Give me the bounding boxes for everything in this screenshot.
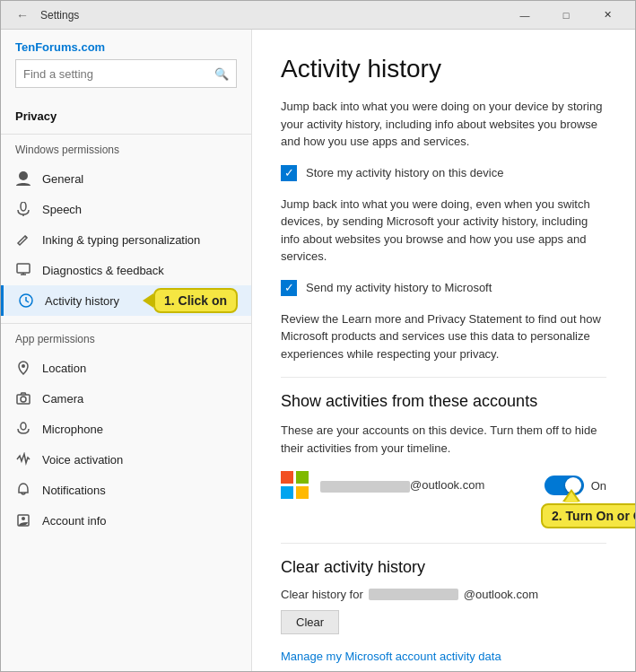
checkbox-send-label: Send my activity history to Microsoft bbox=[306, 281, 492, 294]
back-button[interactable]: ← bbox=[8, 1, 37, 30]
checkbox-store[interactable]: ✓ bbox=[281, 165, 297, 181]
location-icon bbox=[15, 360, 31, 376]
diagnostics-icon bbox=[15, 262, 31, 278]
svg-point-11 bbox=[21, 423, 26, 430]
callout-click: 1. Click on bbox=[143, 288, 238, 313]
activity-icon bbox=[18, 292, 34, 309]
email-blur bbox=[320, 481, 410, 493]
sidebar-item-voice[interactable]: Voice activation bbox=[1, 444, 251, 475]
main-layout: TenForums.com 🔍 Privacy Windows permissi… bbox=[1, 30, 635, 671]
page-title: Activity history bbox=[281, 55, 606, 83]
general-icon bbox=[15, 170, 31, 187]
manage-link[interactable]: Manage my Microsoft account activity dat… bbox=[281, 650, 501, 663]
checkbox-store-label: Store my activity history on this device bbox=[306, 166, 503, 179]
sidebar-divider-1 bbox=[1, 134, 251, 135]
close-button[interactable]: ✕ bbox=[587, 1, 628, 30]
content-area: Activity history Jump back into what you… bbox=[252, 30, 635, 671]
sidebar-item-voice-label: Voice activation bbox=[42, 453, 123, 467]
sidebar-divider-2 bbox=[1, 323, 251, 324]
section-divider-2 bbox=[281, 543, 606, 544]
svg-point-1 bbox=[21, 202, 26, 211]
callout-up-arrow-inner bbox=[564, 492, 579, 502]
sidebar-item-activity[interactable]: Activity history 1. Click on bbox=[1, 285, 251, 316]
clear-section-title: Clear activity history bbox=[281, 558, 606, 577]
windows-permissions-label: Windows permissions bbox=[1, 142, 251, 163]
account-toggle-section: @outlook.com On bbox=[281, 471, 606, 500]
sidebar-item-inking-label: Inking & typing personalization bbox=[42, 233, 200, 247]
desc-1: Jump back into what you were doing on yo… bbox=[281, 98, 606, 151]
settings-window: ← Settings — □ ✕ TenForums.com 🔍 Privacy… bbox=[0, 0, 636, 672]
checkbox-send[interactable]: ✓ bbox=[281, 280, 297, 296]
sidebar-item-general-label: General bbox=[42, 172, 83, 186]
sidebar-item-diagnostics[interactable]: Diagnostics & feedback bbox=[1, 255, 251, 285]
sidebar-item-account[interactable]: Account info bbox=[1, 505, 251, 536]
camera-icon bbox=[15, 390, 31, 406]
account-icon bbox=[15, 512, 31, 528]
account-info: @outlook.com bbox=[281, 471, 530, 500]
clear-for-label: Clear history for bbox=[281, 588, 363, 601]
callout-turnon-wrapper: 2. Turn On or Off bbox=[281, 503, 606, 528]
search-box[interactable]: 🔍 bbox=[15, 59, 237, 88]
sidebar-item-inking[interactable]: Inking & typing personalization bbox=[1, 224, 251, 255]
inking-icon bbox=[15, 231, 31, 248]
svg-rect-4 bbox=[17, 264, 30, 273]
checkmark-2: ✓ bbox=[284, 281, 294, 294]
search-icon: 🔍 bbox=[214, 67, 229, 81]
sidebar-item-activity-label: Activity history bbox=[45, 294, 119, 308]
sidebar-item-location-label: Location bbox=[42, 362, 86, 375]
watermark: TenForums.com bbox=[15, 40, 237, 54]
clear-account-email: @outlook.com bbox=[464, 588, 538, 601]
checkbox-row-2: ✓ Send my activity history to Microsoft bbox=[281, 280, 606, 296]
sidebar-item-microphone-label: Microphone bbox=[42, 423, 103, 436]
clear-for-row: Clear history for @outlook.com bbox=[281, 588, 606, 601]
sidebar-item-notifications-label: Notifications bbox=[42, 484, 106, 497]
app-permissions-label: App permissions bbox=[1, 331, 251, 353]
ms-logo bbox=[281, 471, 309, 500]
sidebar-item-location[interactable]: Location bbox=[1, 353, 251, 383]
clear-button[interactable]: Clear bbox=[281, 610, 339, 634]
sidebar-item-camera[interactable]: Camera bbox=[1, 383, 251, 414]
sidebar-item-general[interactable]: General bbox=[1, 163, 251, 194]
microphone-icon bbox=[15, 421, 31, 437]
account-email: @outlook.com bbox=[320, 478, 530, 492]
maximize-button[interactable]: □ bbox=[545, 1, 587, 30]
desc-3: Review the Learn more and Privacy Statem… bbox=[281, 310, 606, 363]
notifications-icon bbox=[15, 482, 31, 498]
speech-icon bbox=[15, 201, 31, 217]
sidebar-item-notifications[interactable]: Notifications bbox=[1, 475, 251, 505]
callout-turnon-label: 2. Turn On or Off bbox=[541, 503, 635, 528]
clear-email-blur bbox=[369, 589, 458, 600]
section-divider-1 bbox=[281, 377, 606, 378]
ms-logo-yellow bbox=[296, 486, 309, 499]
sidebar-item-speech[interactable]: Speech bbox=[1, 194, 251, 224]
checkmark-1: ✓ bbox=[284, 166, 294, 179]
window-controls: — □ ✕ bbox=[504, 1, 628, 30]
ms-logo-red bbox=[281, 471, 293, 484]
sidebar-item-account-label: Account info bbox=[42, 514, 107, 528]
callout-arrow-left bbox=[143, 293, 153, 308]
window-title: Settings bbox=[37, 9, 504, 22]
ms-logo-green bbox=[296, 471, 309, 484]
checkbox-row-1: ✓ Store my activity history on this devi… bbox=[281, 165, 606, 181]
sidebar-item-microphone[interactable]: Microphone bbox=[1, 414, 251, 444]
sidebar-item-diagnostics-label: Diagnostics & feedback bbox=[42, 264, 164, 277]
svg-point-10 bbox=[21, 397, 26, 402]
svg-rect-0 bbox=[19, 171, 28, 180]
sidebar-item-camera-label: Camera bbox=[42, 392, 83, 406]
sidebar-header: TenForums.com 🔍 bbox=[1, 30, 251, 99]
show-activities-title: Show activities from these accounts bbox=[281, 392, 606, 411]
ms-logo-blue bbox=[281, 486, 293, 499]
svg-line-3 bbox=[25, 236, 27, 238]
manage-link-container: Manage my Microsoft account activity dat… bbox=[281, 649, 606, 663]
show-activities-desc: These are your accounts on this device. … bbox=[281, 422, 606, 457]
svg-point-13 bbox=[22, 517, 25, 520]
sidebar-privacy-label: Privacy bbox=[1, 99, 251, 127]
title-bar: ← Settings — □ ✕ bbox=[1, 1, 635, 30]
desc-2: Jump back into what you were doing, even… bbox=[281, 196, 606, 266]
search-input[interactable] bbox=[23, 67, 214, 81]
callout-click-label: 1. Click on bbox=[153, 288, 238, 313]
sidebar: TenForums.com 🔍 Privacy Windows permissi… bbox=[1, 30, 252, 671]
minimize-button[interactable]: — bbox=[504, 1, 545, 30]
toggle-label: On bbox=[591, 479, 606, 493]
sidebar-item-speech-label: Speech bbox=[42, 203, 82, 216]
